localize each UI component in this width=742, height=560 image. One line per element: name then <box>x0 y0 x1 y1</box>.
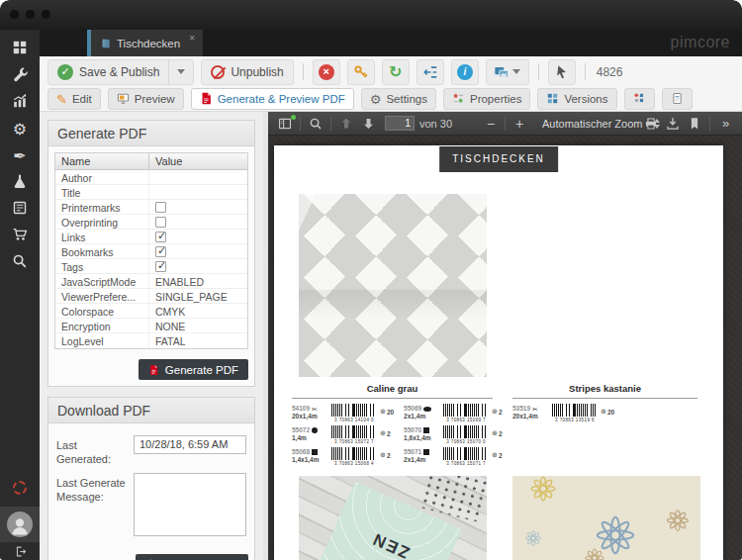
gear-icon: ⚙ <box>370 93 382 106</box>
barcode: 3 70863 13519 6 <box>552 404 598 422</box>
chevron-down-icon <box>177 69 185 74</box>
schedule-button[interactable] <box>624 88 655 110</box>
barcode-list: 54109✂20x1,4m3 70863 14104 0⊕20550692x1,… <box>292 404 493 467</box>
close-icon[interactable]: × <box>189 33 195 44</box>
user-profile-button[interactable] <box>0 507 40 542</box>
notification-dot <box>291 115 296 120</box>
barcode: 3 70863 15068 4 <box>331 447 377 466</box>
setting-name: LogLevel <box>55 333 149 348</box>
tab-generate-preview-pdf[interactable]: Generate & Preview PDF <box>191 88 354 110</box>
rename-button[interactable] <box>347 59 375 85</box>
tab-settings[interactable]: ⚙Settings <box>361 88 436 110</box>
sidebar-item-gear[interactable]: ⚙ <box>0 116 40 142</box>
key-icon <box>353 64 369 80</box>
sidebar-item-statistics[interactable] <box>0 89 40 116</box>
tab-label: Generate & Preview PDF <box>218 93 345 105</box>
sidebar-toggle-icon <box>278 117 292 131</box>
item-quantity: ⊕2 <box>492 404 503 416</box>
save-publish-button[interactable]: Save & Publish <box>47 59 194 85</box>
window-zoom-button[interactable] <box>42 10 50 19</box>
checkbox[interactable] <box>155 246 166 257</box>
translations-button[interactable] <box>486 59 529 85</box>
logout-button[interactable] <box>0 542 40 560</box>
save-options-dropdown[interactable] <box>168 59 193 85</box>
bookmark-icon <box>688 117 701 131</box>
generate-pdf-button[interactable]: Generate PDF <box>139 359 248 380</box>
checkbox[interactable] <box>155 232 166 242</box>
notes-button[interactable] <box>662 88 693 110</box>
save-publish-label: Save & Publish <box>79 65 159 79</box>
pdf-search-button[interactable] <box>305 114 326 134</box>
barcode-bars <box>331 404 377 417</box>
info-button[interactable] <box>451 59 479 85</box>
pdf-download-button[interactable] <box>662 114 684 134</box>
flower-tablecloth <box>512 476 700 560</box>
tab-tischdecken[interactable]: Tischdecken × <box>87 30 203 56</box>
publish-check-icon <box>57 64 73 80</box>
document-id: 4826 <box>597 65 623 79</box>
window-controls[interactable] <box>10 10 50 19</box>
barcode-bars <box>443 425 489 438</box>
product-name: Caline grau <box>292 383 493 394</box>
checkbox[interactable] <box>155 202 166 213</box>
printer-icon <box>644 117 658 131</box>
tab-preview[interactable]: Preview <box>108 88 184 110</box>
checkbox[interactable] <box>155 217 166 228</box>
main-sidebar: ⚙✒ <box>0 30 40 560</box>
setting-value: CMYK <box>149 304 247 318</box>
window-close-button[interactable] <box>10 10 19 19</box>
table-row: Title <box>55 185 247 200</box>
tab-properties[interactable]: Properties <box>443 88 530 110</box>
sidebar-item-apps-grid[interactable] <box>0 36 40 62</box>
sidebar-item-wrench[interactable] <box>0 62 40 89</box>
reload-button[interactable] <box>382 59 410 85</box>
item-meta: 550712x1,4m <box>404 447 440 464</box>
window-minimize-button[interactable] <box>26 10 35 19</box>
setting-value <box>149 185 247 199</box>
ean-number: 3 70863 13519 6 <box>552 418 598 422</box>
item-sku: 55070 <box>404 426 440 434</box>
wrench-icon <box>12 66 28 86</box>
item-quantity: ⊕20 <box>380 404 394 416</box>
preview-pointer-button[interactable] <box>548 59 576 85</box>
pdf-viewer-body[interactable]: TISCHDECKEN Caline grau54109✂20x1,4m3 70… <box>268 136 742 560</box>
product-name: Stripes kastanie <box>512 383 697 394</box>
checkbox[interactable] <box>155 261 166 272</box>
unpublish-button[interactable]: Unpublish <box>201 59 293 85</box>
setting-value: ENABLED <box>149 274 247 288</box>
bookmark-button[interactable] <box>684 114 705 134</box>
more-tools-button[interactable]: » <box>714 114 736 134</box>
download-pdf-panel: Download PDF Last Generated: 10/28/18, 6… <box>47 397 255 560</box>
column-header-name[interactable]: Name <box>55 153 149 169</box>
column-header-value[interactable]: Value <box>149 153 247 169</box>
maintenance-mode-icon[interactable] <box>13 481 27 495</box>
scissors-icon: ✂ <box>532 406 538 413</box>
sidebar-item-cart[interactable] <box>0 223 40 249</box>
sidebar-item-lab[interactable] <box>0 169 40 196</box>
delete-button[interactable] <box>313 59 340 85</box>
tab-edit[interactable]: ✎Edit <box>47 88 101 110</box>
download-pdf-button[interactable]: Download PDF <box>136 554 248 560</box>
item-size: 2x1,4m <box>404 413 440 420</box>
quantity-value: 20 <box>387 409 394 416</box>
divider-rule <box>292 398 493 399</box>
next-page-button[interactable] <box>357 114 379 134</box>
toolbar-divider <box>585 63 586 80</box>
sidebar-item-signature[interactable]: ✒ <box>0 142 40 169</box>
page-number-input[interactable]: 1 <box>385 116 415 131</box>
last-generate-message-field[interactable] <box>134 473 246 536</box>
previous-page-button[interactable] <box>335 114 357 134</box>
panel-title: Download PDF <box>48 398 254 423</box>
last-generated-field[interactable]: 10/28/18, 6:59 AM <box>134 435 246 454</box>
zoom-out-button[interactable]: − <box>481 116 501 132</box>
download-icon <box>666 117 680 131</box>
setting-name: JavaScriptMode <box>55 274 149 288</box>
quantity-icon: ⊕ <box>380 408 386 416</box>
print-button[interactable] <box>640 114 662 134</box>
zoom-in-button[interactable]: + <box>510 116 529 132</box>
tab-versions[interactable]: Versions <box>537 88 616 110</box>
locate-in-tree-button[interactable] <box>417 59 444 85</box>
sidebar-item-search[interactable] <box>0 249 40 276</box>
sidebar-item-reports[interactable] <box>0 196 40 223</box>
pdf-sidebar-toggle-button[interactable] <box>274 114 296 134</box>
